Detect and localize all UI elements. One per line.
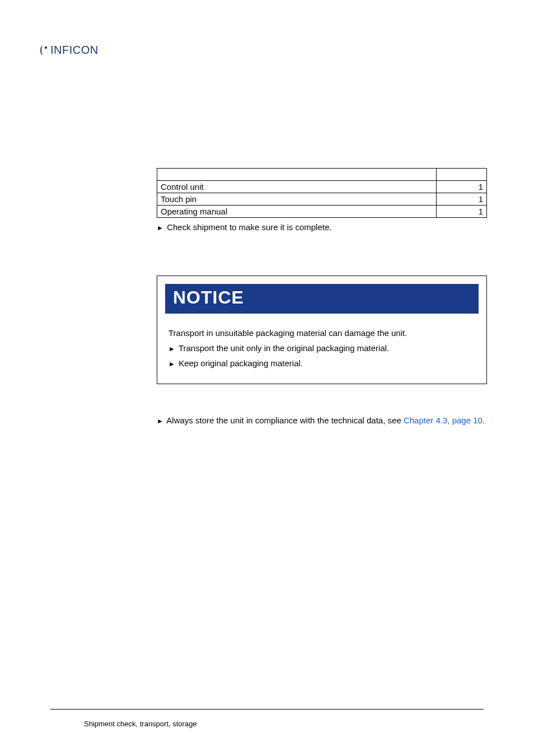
table-row: Touch pin 1	[157, 193, 487, 206]
storage-suffix: .	[483, 416, 485, 425]
notice-bullet-2: Keep original packaging material.	[168, 358, 475, 368]
bullet-icon	[168, 358, 176, 368]
notice-box: NOTICE Transport in unsuitable packaging…	[157, 276, 487, 384]
bullet-icon	[157, 222, 165, 232]
item-cell: Control unit	[157, 181, 437, 193]
brand-name: INFICON	[50, 44, 99, 57]
qty-cell: 1	[437, 181, 487, 193]
notice-bullet-2-text: Keep original packaging material.	[179, 358, 303, 368]
item-cell: Operating manual	[157, 206, 437, 218]
logo-icon	[39, 44, 50, 57]
shipment-table: Control unit 1 Touch pin 1 Operating man…	[157, 168, 487, 218]
notice-bullet-1: Transport the unit only in the original …	[168, 343, 475, 353]
storage-prefix: Always store the unit in compliance with…	[166, 416, 404, 425]
storage-link[interactable]: Chapter 4.3, page 10	[404, 416, 483, 425]
check-shipment-line: Check shipment to make sure it is comple…	[157, 222, 487, 232]
item-cell: Touch pin	[157, 193, 437, 206]
table-row: Operating manual 1	[157, 206, 487, 218]
bullet-icon	[168, 343, 176, 353]
page-footer: Shipment check, transport, storage	[50, 709, 484, 728]
notice-heading: NOTICE	[165, 284, 479, 314]
notice-bullet-1-text: Transport the unit only in the original …	[179, 343, 389, 353]
qty-cell: 1	[437, 193, 487, 206]
notice-intro: Transport in unsuitable packaging materi…	[168, 328, 475, 338]
footer-text: Shipment check, transport, storage	[84, 720, 484, 728]
check-shipment-text: Check shipment to make sure it is comple…	[167, 222, 331, 232]
table-header-item	[157, 169, 437, 181]
table-header-qty	[437, 169, 487, 181]
table-row: Control unit 1	[157, 181, 487, 193]
storage-section: Always store the unit in compliance with…	[157, 414, 487, 427]
brand-logo: INFICON	[39, 44, 99, 57]
bullet-icon	[157, 414, 165, 427]
qty-cell: 1	[437, 206, 487, 218]
svg-point-0	[45, 46, 47, 48]
